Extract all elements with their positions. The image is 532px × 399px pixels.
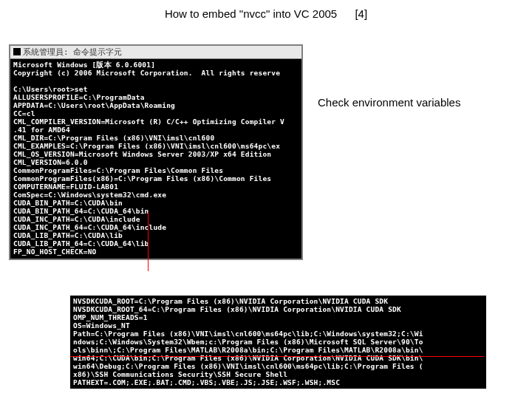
terminal-1-output: Microsoft Windows [版本 6.0.6001] Copyrigh… bbox=[10, 59, 301, 259]
slide-title: How to embed "nvcc" into VC 2005 [4] bbox=[0, 7, 532, 20]
highlight-vertical-line bbox=[148, 212, 149, 271]
cmd-icon bbox=[13, 48, 21, 55]
highlight-horizontal-line bbox=[70, 356, 484, 357]
annotation-label: Check environment variables bbox=[318, 96, 460, 109]
terminal-window-1: 系統管理員: 命令提示字元 Microsoft Windows [版本 6.0.… bbox=[9, 44, 303, 260]
terminal-1-titlebar: 系統管理員: 命令提示字元 bbox=[10, 46, 301, 59]
terminal-window-2-output: NVSDKCUDA_ROOT=C:\Program Files (x86)\NV… bbox=[70, 296, 486, 389]
title-text: How to embed "nvcc" into VC 2005 bbox=[165, 7, 337, 20]
terminal-1-title: 系統管理員: 命令提示字元 bbox=[23, 47, 122, 57]
title-index: [4] bbox=[355, 7, 367, 20]
